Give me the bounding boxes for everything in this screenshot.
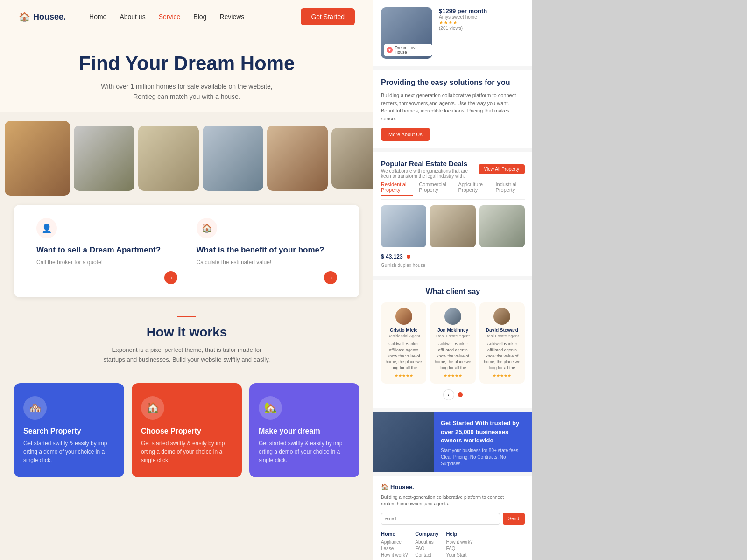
card2-desc: Calculate the estimated value! [197, 259, 338, 266]
nav-blog[interactable]: Blog [193, 13, 206, 21]
avatar-2 [444, 308, 461, 325]
testimonial-navigation: ‹ [381, 389, 525, 400]
property-price: $1299 per month [439, 7, 487, 14]
property-deal-images [381, 205, 525, 247]
nav-reviews[interactable]: Reviews [219, 13, 244, 21]
person-icon: 👤 [36, 218, 57, 238]
client-stars-1: ★★★★★ [385, 373, 423, 378]
footer-email-input[interactable] [381, 513, 500, 525]
solution-desc: Building a next-generation collaborative… [381, 91, 525, 122]
footer-col-help: Help How it work? FAQ Your Start Program [446, 531, 472, 560]
avatar-1 [395, 308, 412, 325]
client-text-3: Coldwell Banker affiliated agents know t… [483, 341, 521, 371]
footer-link-lease[interactable]: Lease [381, 546, 408, 551]
benefit-home-card: 🏠 What is the benefit of your home? Calc… [187, 218, 347, 284]
footer-link-appliance[interactable]: Appliance [381, 539, 408, 545]
footer-col-company: Company About us FAQ Contact Careers [415, 531, 438, 560]
footer-help-title: Help [446, 531, 472, 537]
tab-industrial[interactable]: Industrial Property [496, 182, 525, 196]
card1-arrow[interactable]: → [164, 271, 177, 284]
property-name: Amys sweet home [439, 14, 487, 20]
testimonial-cards: Cristio Micie Residential Agent Coldwell… [381, 302, 525, 384]
more-about-button[interactable]: More About Us [381, 128, 430, 141]
get-started-button[interactable]: Get Started [301, 8, 355, 25]
testimonial-prev-button[interactable]: ‹ [443, 389, 454, 400]
footer-link-contact[interactable]: Contact [415, 553, 438, 558]
popular-deals-info: Popular Real Estate Deals We collaborate… [381, 160, 479, 179]
tab-agriculture[interactable]: Agriculture Property [458, 182, 490, 196]
deal-image-3 [479, 205, 525, 247]
cta-banner: Get Started With trusted by over 25,000 … [374, 412, 532, 472]
client-role-3: Real Estate Agent [483, 334, 521, 338]
footer-link-faq[interactable]: FAQ [415, 546, 438, 551]
client-name-2: Jon Mckinney [434, 328, 472, 333]
footer-section: 🏠 Housee. Building a next-generation col… [374, 476, 532, 560]
cta-button[interactable]: Get Started [441, 472, 479, 472]
property-image-3 [138, 126, 199, 191]
tab-residential[interactable]: Residential Property [381, 182, 413, 196]
testimonial-dot [458, 392, 463, 397]
logo: 🏠 Housee. [19, 11, 66, 22]
feat-card3-desc: Get started swiftly & easily by imp orti… [259, 439, 350, 464]
deal-name: Gurrish duplex house [381, 263, 425, 268]
deal-dot [407, 255, 410, 259]
cta-image [374, 412, 434, 472]
footer-email-form: Send [381, 513, 525, 525]
choose-property-icon: 🏠 [141, 396, 164, 420]
footer-link-howit[interactable]: How it work? [446, 539, 472, 545]
sell-apartment-card: 👤 Want to sell a Dream Apartment? Call t… [27, 218, 187, 284]
property-thumbnail: ♥ Dream Love House [381, 7, 432, 59]
service-cards: 👤 Want to sell a Dream Apartment? Call t… [14, 205, 359, 297]
search-property-card: 🏘️ Search Property Get started swiftly &… [14, 383, 124, 477]
choose-property-card: 🏠 Choose Property Get started swiftly & … [132, 383, 242, 477]
footer-col-home: Home Appliance Lease How it work? Join Q… [381, 531, 408, 560]
hero-section: Find Your Dream Home With over 1 million… [0, 34, 374, 112]
testimonial-2: Jon Mckinney Real Estate Agent Coldwell … [430, 302, 475, 384]
how-it-works-section: How it works Exponent is a pixel perfect… [0, 297, 374, 374]
feat-card1-desc: Get started swiftly & easily by imp orti… [23, 439, 115, 464]
deal-price: $ 43,123 [381, 253, 403, 260]
hero-subtitle: With over 1 million homes for sale avail… [9, 81, 364, 102]
client-text-1: Coldwell Banker affiliated agents know t… [385, 341, 423, 371]
tab-commercial[interactable]: Commercial Property [419, 182, 452, 196]
property-image-2 [74, 126, 134, 191]
featured-property-section: ♥ Dream Love House $1299 per month Amys … [374, 0, 532, 66]
nav-service[interactable]: Service [159, 13, 181, 21]
section-underline [177, 316, 196, 317]
nav-home[interactable]: Home [89, 13, 106, 21]
property-images-row [0, 112, 374, 205]
heart-icon: ♥ [387, 47, 393, 53]
footer-link-yourstart[interactable]: Your Start [446, 553, 472, 558]
footer-link-about[interactable]: About us [415, 539, 438, 545]
deal-price-info: $ 43,123 Gurrish duplex house [381, 252, 525, 269]
client-role-2: Real Estate Agent [434, 334, 472, 338]
feat-card1-title: Search Property [23, 427, 115, 435]
property-badge: ♥ Dream Love House [384, 44, 432, 56]
home-icon: 🏠 [197, 218, 217, 238]
cta-desc: Start your business for 80+ state fees. … [441, 448, 526, 467]
footer-company-title: Company [415, 531, 438, 537]
solution-section: Providing the easy solutions for you Bui… [374, 70, 532, 148]
client-name-1: Cristio Micie [385, 328, 423, 333]
client-role-1: Residential Agent [385, 334, 423, 338]
view-all-property-button[interactable]: View All Property [479, 164, 525, 174]
footer-send-button[interactable]: Send [503, 513, 525, 525]
testimonial-1: Cristio Micie Residential Agent Coldwell… [381, 302, 426, 384]
cta-title: Get Started With trusted by over 25,000 … [441, 419, 526, 445]
nav-about[interactable]: About us [120, 13, 145, 21]
footer-link-how[interactable]: How it work? [381, 553, 408, 558]
solution-title: Providing the easy solutions for you [381, 77, 525, 88]
deal-image-2 [430, 205, 475, 247]
footer-logo-icon: 🏠 [381, 483, 388, 490]
cta-content: Get Started With trusted by over 25,000 … [434, 412, 532, 472]
footer-link-faq2[interactable]: FAQ [446, 546, 472, 551]
feature-cards-section: 🏘️ Search Property Get started swiftly &… [0, 374, 374, 491]
card2-arrow[interactable]: → [324, 271, 337, 284]
client-text-2: Coldwell Banker affiliated agents know t… [434, 341, 472, 371]
card2-title: What is the benefit of your home? [197, 245, 338, 255]
testimonials-title: What client say [381, 287, 525, 296]
property-image-1 [5, 121, 70, 196]
deal-image-1 [381, 205, 426, 247]
footer-home-title: Home [381, 531, 408, 537]
make-dream-card: 🏡 Make your dream Get started swiftly & … [249, 383, 359, 477]
